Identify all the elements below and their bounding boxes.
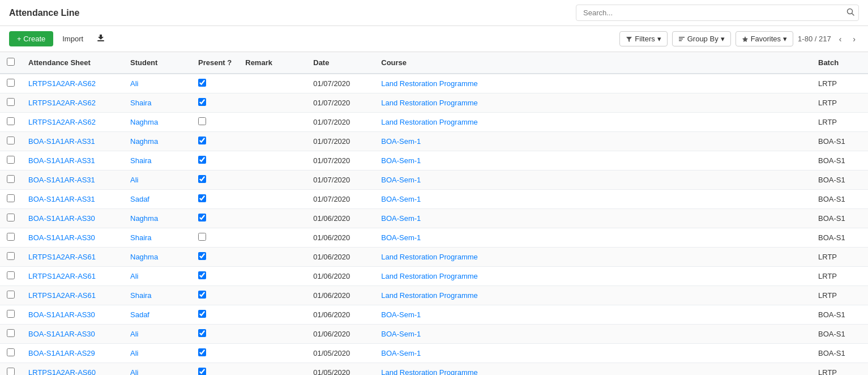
present-checkbox[interactable] (198, 214, 206, 221)
present-cell[interactable] (191, 228, 238, 248)
present-cell[interactable] (191, 363, 238, 376)
attendance-sheet-link[interactable]: LRTPS1A2AR-AS62 (28, 79, 96, 88)
row-checkbox-cell[interactable] (0, 171, 22, 190)
present-cell[interactable] (191, 248, 238, 267)
create-button[interactable]: + Create (9, 31, 53, 46)
present-checkbox[interactable] (198, 137, 206, 144)
present-cell[interactable] (191, 113, 238, 132)
row-checkbox[interactable] (7, 329, 15, 337)
student-link[interactable]: Ali (130, 330, 138, 338)
present-checkbox[interactable] (198, 291, 206, 299)
row-checkbox-cell[interactable] (0, 93, 22, 113)
row-checkbox-cell[interactable] (0, 344, 22, 363)
row-checkbox-cell[interactable] (0, 113, 22, 132)
student-link[interactable]: Shaira (130, 156, 152, 165)
attendance-sheet-link[interactable]: LRTPS1A2AR-AS61 (28, 272, 96, 280)
present-checkbox[interactable] (198, 329, 206, 337)
present-cell[interactable] (191, 93, 238, 113)
row-checkbox-cell[interactable] (0, 248, 22, 267)
row-checkbox-cell[interactable] (0, 286, 22, 305)
row-checkbox[interactable] (7, 233, 15, 241)
course-link[interactable]: BOA-Sem-1 (381, 349, 421, 357)
col-header-batch[interactable]: Batch (811, 52, 868, 74)
present-checkbox[interactable] (198, 233, 206, 241)
select-all-header[interactable] (0, 52, 22, 74)
row-checkbox[interactable] (7, 368, 15, 375)
row-checkbox[interactable] (7, 214, 15, 221)
present-checkbox[interactable] (198, 368, 206, 375)
present-cell[interactable] (191, 209, 238, 228)
import-button[interactable]: Import (58, 31, 88, 46)
course-link[interactable]: BOA-Sem-1 (381, 176, 421, 184)
favorites-button[interactable]: Favorites ▾ (736, 31, 793, 46)
course-link[interactable]: Land Restoration Programme (381, 99, 478, 107)
row-checkbox-cell[interactable] (0, 325, 22, 344)
present-checkbox[interactable] (198, 310, 206, 318)
course-link[interactable]: Land Restoration Programme (381, 368, 478, 375)
present-cell[interactable] (191, 132, 238, 151)
student-link[interactable]: Shaira (130, 99, 152, 107)
col-header-course[interactable]: Course (374, 52, 811, 74)
attendance-sheet-link[interactable]: LRTPS1A2AR-AS61 (28, 291, 96, 300)
present-checkbox[interactable] (198, 79, 206, 87)
present-checkbox[interactable] (198, 348, 206, 356)
present-checkbox[interactable] (198, 156, 206, 164)
present-cell[interactable] (191, 171, 238, 190)
present-checkbox[interactable] (198, 194, 206, 202)
present-cell[interactable] (191, 286, 238, 305)
attendance-sheet-link[interactable]: BOA-S1A1AR-AS29 (28, 349, 95, 357)
attendance-sheet-link[interactable]: BOA-S1A1AR-AS31 (28, 137, 95, 146)
course-link[interactable]: BOA-Sem-1 (381, 214, 421, 223)
col-header-remark[interactable]: Remark (238, 52, 306, 74)
row-checkbox-cell[interactable] (0, 132, 22, 151)
attendance-sheet-link[interactable]: BOA-S1A1AR-AS30 (28, 330, 95, 338)
course-link[interactable]: Land Restoration Programme (381, 291, 478, 300)
row-checkbox-cell[interactable] (0, 209, 22, 228)
col-header-attendance-sheet[interactable]: Attendance Sheet (22, 52, 123, 74)
row-checkbox[interactable] (7, 156, 15, 164)
groupby-button[interactable]: Group By ▾ (672, 31, 731, 46)
attendance-sheet-link[interactable]: BOA-S1A1AR-AS31 (28, 176, 95, 184)
row-checkbox-cell[interactable] (0, 363, 22, 376)
row-checkbox-cell[interactable] (0, 151, 22, 171)
student-link[interactable]: Naghma (130, 137, 158, 146)
col-header-student[interactable]: Student (123, 52, 191, 74)
student-link[interactable]: Ali (130, 368, 138, 375)
student-link[interactable]: Ali (130, 349, 138, 357)
row-checkbox[interactable] (7, 310, 15, 318)
course-link[interactable]: Land Restoration Programme (381, 253, 478, 261)
row-checkbox-cell[interactable] (0, 74, 22, 93)
present-cell[interactable] (191, 190, 238, 209)
student-link[interactable]: Ali (130, 79, 138, 88)
student-link[interactable]: Naghma (130, 214, 158, 223)
student-link[interactable]: Naghma (130, 253, 158, 261)
attendance-sheet-link[interactable]: BOA-S1A1AR-AS31 (28, 156, 95, 165)
attendance-sheet-link[interactable]: LRTPS1A2AR-AS62 (28, 118, 96, 126)
row-checkbox[interactable] (7, 175, 15, 183)
present-checkbox[interactable] (198, 98, 206, 106)
attendance-sheet-link[interactable]: LRTPS1A2AR-AS60 (28, 368, 96, 375)
present-cell[interactable] (191, 267, 238, 286)
course-link[interactable]: Land Restoration Programme (381, 272, 478, 280)
student-link[interactable]: Ali (130, 272, 138, 280)
attendance-sheet-link[interactable]: BOA-S1A1AR-AS30 (28, 310, 95, 319)
attendance-sheet-link[interactable]: LRTPS1A2AR-AS61 (28, 253, 96, 261)
present-checkbox[interactable] (198, 117, 206, 125)
attendance-sheet-link[interactable]: LRTPS1A2AR-AS62 (28, 99, 96, 107)
present-cell[interactable] (191, 151, 238, 171)
download-button[interactable] (92, 31, 109, 47)
attendance-sheet-link[interactable]: BOA-S1A1AR-AS30 (28, 233, 95, 242)
row-checkbox[interactable] (7, 79, 15, 87)
course-link[interactable]: Land Restoration Programme (381, 79, 478, 88)
row-checkbox[interactable] (7, 252, 15, 260)
student-link[interactable]: Shaira (130, 291, 152, 300)
student-link[interactable]: Naghma (130, 118, 158, 126)
present-checkbox[interactable] (198, 271, 206, 279)
course-link[interactable]: BOA-Sem-1 (381, 195, 421, 203)
course-link[interactable]: BOA-Sem-1 (381, 156, 421, 165)
col-header-date[interactable]: Date (306, 52, 374, 74)
present-cell[interactable] (191, 74, 238, 93)
row-checkbox-cell[interactable] (0, 267, 22, 286)
student-link[interactable]: Sadaf (130, 195, 149, 203)
present-cell[interactable] (191, 344, 238, 363)
